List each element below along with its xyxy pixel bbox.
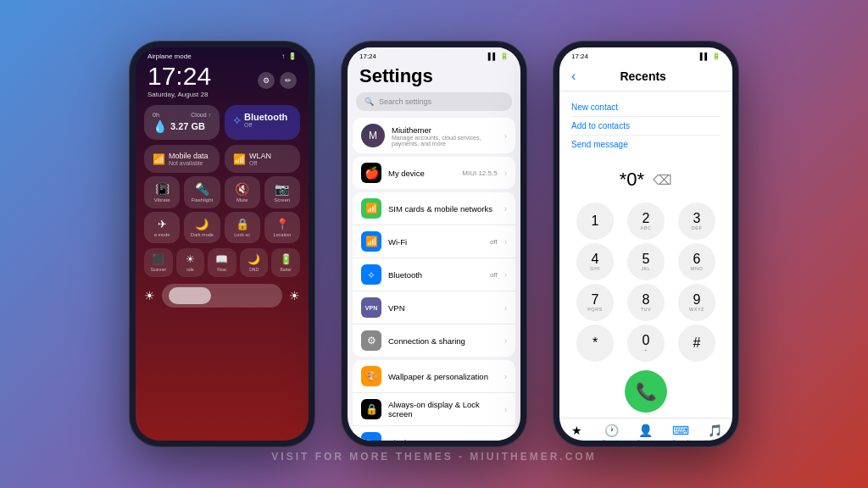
tab-keypad[interactable]: ⌨ Keypad <box>663 424 698 441</box>
lockscreen-item[interactable]: 🔒 Always-on display & Lock screen › <box>353 393 515 426</box>
key-2[interactable]: 2 ABC <box>627 202 665 240</box>
scanner-tile[interactable]: ⬛ Scanner <box>144 248 173 277</box>
location-tile[interactable]: 📍 Location <box>264 212 300 243</box>
code-label: ode <box>186 267 193 272</box>
lockscreen-tile[interactable]: 🔒 Lock sc <box>225 212 260 243</box>
vpn-item[interactable]: VPN VPN › <box>353 291 515 324</box>
phone-1-screen: Airplane mode ↑ 🔋 17:24 Saturday, August… <box>136 47 309 441</box>
my-device-item[interactable]: 🍎 My device MIUI 12.5.5 › <box>353 157 515 189</box>
settings-search-bar[interactable]: 🔍 Search settings <box>356 92 512 111</box>
new-contact-action[interactable]: New contact <box>571 98 721 117</box>
key-hash[interactable]: # <box>678 324 715 362</box>
airplane-tile[interactable]: ✈ e mode <box>144 212 180 243</box>
tab-voicemail[interactable]: 🎵 Voicemail <box>698 424 732 441</box>
miui-version: MIUI 12.5.5 <box>462 169 497 177</box>
phone-2: 17:24 ▌▌ 🔋 Settings 🔍 Search settings M … <box>341 41 527 447</box>
key-3-letters: DEF <box>692 225 703 230</box>
my-device-label: My device <box>388 169 455 178</box>
contacts-label: Contacts <box>637 439 655 441</box>
lockscreen-settings-text: Always-on display & Lock screen <box>388 400 498 419</box>
reac-icon: 📖 <box>215 253 228 265</box>
wlan-tile[interactable]: 📶 WLAN Off <box>225 145 300 173</box>
tab-contacts[interactable]: 👤 Contacts <box>629 424 664 441</box>
bluetooth-settings-item[interactable]: ⟡ Bluetooth off › <box>353 258 515 291</box>
apps-row: ⬛ Scanner ☀ ode 📖 Reac 🌙 DND 🔋 Batter <box>136 247 309 279</box>
network-tiles: 📶 Mobile data Not available 📶 WLAN Off <box>136 141 309 176</box>
key-8[interactable]: 8 TUV <box>627 284 665 321</box>
chevron-icon-1: › <box>504 131 507 141</box>
keypad: 1 2 ABC 3 DEF 4 GHI 5 JKL 6 MNO <box>559 199 732 365</box>
key-0-letters: + <box>644 347 648 352</box>
profile-section: M Miuithemer Manage accounts, cloud serv… <box>353 118 515 153</box>
key-5[interactable]: 5 JKL <box>627 243 665 280</box>
settings-icon[interactable]: ⚙ <box>258 72 275 89</box>
code-tile[interactable]: ☀ ode <box>176 248 205 277</box>
miuithemer-item[interactable]: M Miuithemer Manage accounts, cloud serv… <box>353 118 515 153</box>
dialer-header: ‹ Recents <box>559 62 732 92</box>
call-button[interactable]: 📞 <box>625 370 667 413</box>
screen-tile[interactable]: 📷 Screen <box>264 176 300 208</box>
key-3[interactable]: 3 DEF <box>678 202 715 240</box>
top-tiles: 0h Cloud ↑ 💧 3.27 GB ⟡ Bluetooth Off <box>136 102 309 143</box>
key-7-num: 7 <box>592 293 599 307</box>
key-0[interactable]: 0 + <box>627 324 665 362</box>
delete-button[interactable]: ⌫ <box>653 172 672 188</box>
mobile-data-tile[interactable]: 📶 Mobile data Not available <box>144 145 220 173</box>
edit-icon[interactable]: ✏ <box>280 72 297 89</box>
network-section: 📶 SIM cards & mobile networks › 📶 Wi-Fi … <box>353 192 515 357</box>
aod-icon: 🔒 <box>361 399 381 419</box>
flashlight-tile[interactable]: 🔦 Flashlight <box>184 176 220 208</box>
send-message-action[interactable]: Send message <box>571 136 721 153</box>
scanner-icon: ⬛ <box>152 253 164 265</box>
connection-sharing-item[interactable]: ⚙ Connection & sharing › <box>353 324 515 357</box>
phone-1: Airplane mode ↑ 🔋 17:24 Saturday, August… <box>129 41 315 447</box>
battery-label: Batter <box>281 267 292 272</box>
flashlight-icon: 🔦 <box>195 182 209 196</box>
key-4[interactable]: 4 GHI <box>576 243 614 280</box>
key-0-num: 0 <box>643 334 650 347</box>
key-8-letters: TUV <box>641 307 652 312</box>
key-star[interactable]: * <box>576 324 614 362</box>
dnd-icon: 🌙 <box>248 253 260 265</box>
back-button[interactable]: ‹ <box>571 69 576 84</box>
darkmode-tile[interactable]: 🌙 Dark mode <box>184 212 220 243</box>
screen-label: Screen <box>274 197 290 202</box>
wallpaper-item[interactable]: 🎨 Wallpaper & personalization › <box>353 360 515 393</box>
bluetooth-tile[interactable]: ⟡ Bluetooth Off <box>225 105 300 140</box>
vpn-icon: VPN <box>361 297 381 318</box>
lockscreen-label: Lock sc <box>234 232 250 237</box>
tab-recents[interactable]: 🕐 Recents <box>594 424 629 441</box>
mute-tile[interactable]: 🔇 Mute <box>225 176 260 208</box>
search-placeholder: Search settings <box>379 97 431 106</box>
brightness-row: ☀ ☀ <box>136 279 309 311</box>
keypad-label: Keypad <box>672 439 688 441</box>
chevron-icon-8: › <box>504 372 507 381</box>
wifi-value: off <box>490 238 498 246</box>
key-9[interactable]: 9 WXYZ <box>678 284 715 321</box>
date-display: Saturday, August 28 <box>147 91 211 98</box>
tab-favorites[interactable]: ★ Favorites <box>559 424 594 441</box>
key-7[interactable]: 7 PQRS <box>576 284 614 321</box>
key-1[interactable]: 1 <box>576 202 614 240</box>
chevron-icon-3: › <box>504 204 507 214</box>
sim-item[interactable]: 📶 SIM cards & mobile networks › <box>353 192 515 225</box>
bluetooth-settings-label: Bluetooth <box>388 270 483 280</box>
reac-tile[interactable]: 📖 Reac <box>208 248 236 277</box>
key-6-num: 6 <box>693 252 701 266</box>
signal-bars-icon: ▌▌ <box>488 53 498 60</box>
brightness-slider[interactable] <box>162 284 282 308</box>
wallpaper-label: Wallpaper & personalization <box>388 372 498 381</box>
favorites-label: Favorites <box>567 439 587 441</box>
brightness-fill <box>169 287 211 304</box>
storage-tile[interactable]: 0h Cloud ↑ 💧 3.27 GB <box>144 105 220 140</box>
wifi-item[interactable]: 📶 Wi-Fi off › <box>353 225 515 258</box>
apple-icon: 🍎 <box>361 163 381 183</box>
display-item[interactable]: AA Display › <box>353 426 515 441</box>
dnd-tile[interactable]: 🌙 DND <box>240 248 269 277</box>
add-to-contacts-action[interactable]: Add to contacts <box>571 117 721 136</box>
key-6[interactable]: 6 MNO <box>678 243 715 280</box>
connection-text: Connection & sharing <box>388 336 498 346</box>
key-3-num: 3 <box>693 212 701 225</box>
vibrate-tile[interactable]: 📳 Vibrate <box>144 176 180 208</box>
battery-tile[interactable]: 🔋 Batter <box>271 248 300 277</box>
